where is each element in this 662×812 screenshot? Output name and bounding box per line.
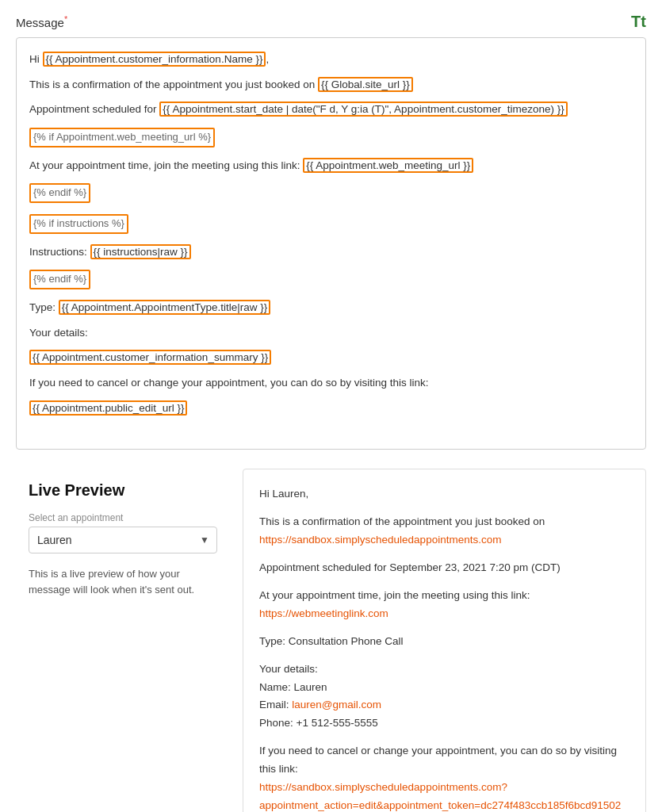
preview-description: This is a live preview of how your messa… — [29, 566, 217, 597]
template-block-endif-1: {% endif %} — [29, 183, 90, 203]
template-block-endif-2: {% endif %} — [29, 270, 90, 289]
template-tag-name: {{ Appointment.customer_information.Name… — [43, 52, 266, 67]
message-line-8: Instructions: {{ instructions|raw }} — [29, 243, 633, 261]
appointment-select[interactable]: Lauren — [29, 527, 217, 553]
message-line-9: {% endif %} — [29, 268, 633, 291]
preview-line1: This is a confirmation of the appointmen… — [259, 513, 629, 550]
live-preview-title: Live Preview — [29, 481, 217, 500]
template-block-if-instructions: {% if instructions %} — [29, 214, 128, 234]
message-line-10: Type: {{ Appointment.AppointmentType.tit… — [29, 299, 633, 316]
preview-email-link[interactable]: lauren@gmail.com — [292, 699, 381, 710]
template-block-if-meeting: {% if Appointment.web_meeting_url %} — [29, 128, 215, 147]
appointment-select-wrapper[interactable]: Lauren ▼ — [29, 527, 217, 553]
template-tag-site-url: {{ Global.site_url }} — [318, 77, 413, 92]
text-format-icon[interactable]: Tt — [631, 13, 646, 31]
message-line-4: {% if Appointment.web_meeting_url %} — [29, 126, 633, 149]
message-section: Message* Tt Hi {{ Appointment.customer_i… — [16, 13, 646, 450]
message-editor[interactable]: Hi {{ Appointment.customer_information.N… — [16, 37, 646, 450]
template-tag-edit-url: {{ Appointment.public_edit_url }} — [29, 400, 187, 416]
message-header: Message* Tt — [16, 13, 646, 31]
message-label: Message* — [16, 14, 67, 29]
preview-greeting: Hi Lauren, — [259, 485, 629, 504]
preview-edit-url-link[interactable]: https://sandbox.simplyscheduledappointme… — [259, 781, 621, 811]
template-tag-meeting-url: {{ Appointment.web_meeting_url }} — [303, 158, 473, 173]
message-line-11: Your details: — [29, 324, 633, 342]
message-line-1: Hi {{ Appointment.customer_information.N… — [29, 51, 633, 68]
message-line-2: This is a confirmation of the appointmen… — [29, 76, 633, 94]
live-preview-section: Live Preview Select an appointment Laure… — [16, 469, 646, 812]
preview-site-url-link[interactable]: https://sandbox.simplyscheduledappointme… — [259, 534, 501, 546]
message-line-12: {{ Appointment.customer_information_summ… — [29, 349, 633, 366]
preview-content: Hi Lauren, This is a confirmation of the… — [243, 469, 646, 812]
select-appointment-label: Select an appointment — [29, 512, 217, 523]
preview-type: Type: Consultation Phone Call — [259, 633, 629, 651]
template-tag-type: {{ Appointment.AppointmentType.title|raw… — [59, 300, 270, 315]
message-line-3: Appointment scheduled for {{ Appointment… — [29, 101, 633, 118]
preview-cancel-line: If you need to cancel or change your app… — [259, 742, 629, 812]
message-line-14: {{ Appointment.public_edit_url }} — [29, 400, 633, 417]
message-line-6: {% endif %} — [29, 182, 633, 205]
template-tag-instructions: {{ instructions|raw }} — [90, 244, 191, 259]
preview-sidebar: Live Preview Select an appointment Laure… — [16, 469, 230, 812]
template-tag-start-date: {{ Appointment.start_date | date("F d, Y… — [159, 102, 567, 117]
page-wrapper: Message* Tt Hi {{ Appointment.customer_i… — [0, 0, 662, 812]
preview-email-line: Email: lauren@gmail.com — [259, 696, 629, 714]
preview-your-details: Your details: Name: Lauren Email: lauren… — [259, 661, 629, 733]
preview-meeting-link[interactable]: https://webmeetinglink.com — [259, 607, 388, 619]
template-tag-customer-summary: {{ Appointment.customer_information_summ… — [29, 350, 271, 365]
preview-line2: Appointment scheduled for September 23, … — [259, 559, 629, 577]
message-line-13: If you need to cancel or change your app… — [29, 374, 633, 392]
message-line-7: {% if instructions %} — [29, 213, 633, 236]
message-line-5: At your appointment time, join the meeti… — [29, 157, 633, 174]
preview-line3: At your appointment time, join the meeti… — [259, 587, 629, 623]
